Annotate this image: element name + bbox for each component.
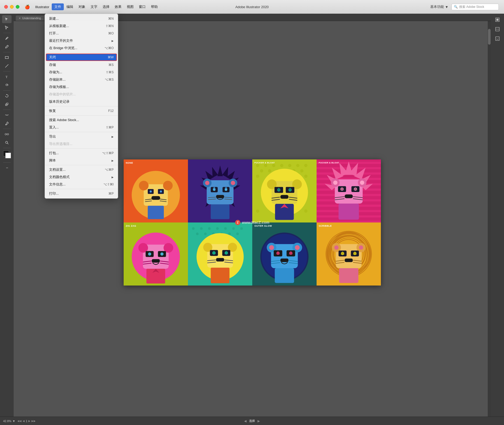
menu-file[interactable]: 文件: [52, 3, 64, 10]
zoom-control[interactable]: 42.8% ▼: [3, 419, 15, 423]
nav-last-button[interactable]: ▶▶: [32, 419, 36, 422]
pen-tool[interactable]: [2, 34, 12, 42]
menu-revert-label: 恢复: [49, 108, 56, 113]
lion-cell-outer: OUTER GLOW: [252, 222, 317, 286]
minimize-button[interactable]: [10, 5, 14, 9]
menu-close-shortcut: ⌘W: [108, 55, 114, 59]
eyedropper-tool[interactable]: [2, 120, 12, 127]
lion-cell-zigzag2: [188, 222, 252, 286]
menu-print[interactable]: 打印... ⌘P: [45, 190, 118, 197]
menu-file-info-shortcut: ⌥⇧⌘I: [103, 183, 114, 186]
svg-point-61: [288, 164, 291, 167]
workspace-selector[interactable]: 基本功能 ▼: [430, 4, 448, 9]
doc-tab-close[interactable]: ×: [19, 17, 20, 20]
color-swatches[interactable]: [2, 151, 12, 160]
menu-bridge-label: 在 Bridge 中浏览...: [49, 46, 77, 50]
panel-btn-3[interactable]: [493, 35, 502, 43]
menu-revert[interactable]: 恢复 F12: [45, 107, 118, 115]
menu-edit[interactable]: 编辑: [64, 3, 76, 10]
menu-package[interactable]: 打包... ⌥⇧⌘P: [45, 149, 118, 157]
canvas-nav-left[interactable]: ◀: [244, 419, 246, 423]
svg-point-43: [205, 181, 209, 185]
nav-prev-button[interactable]: ◀: [23, 419, 25, 422]
menu-save[interactable]: 存储 ⌘S: [45, 61, 118, 69]
panel-btn-2[interactable]: [493, 25, 502, 33]
zoom-tool[interactable]: [2, 139, 12, 147]
menu-new-template[interactable]: 从模板新建... ⇧⌘N: [45, 22, 118, 30]
blend-tool[interactable]: [2, 130, 12, 138]
apple-menu[interactable]: 🍎: [25, 4, 30, 9]
maximize-button[interactable]: [16, 5, 19, 9]
svg-rect-228: [496, 37, 499, 40]
menu-save-template-label: 存储为模板...: [49, 85, 69, 89]
canvas-scrollbar[interactable]: [488, 21, 491, 417]
menu-version-history-label: 版本历史记录: [49, 99, 70, 104]
menu-select[interactable]: 选择: [100, 3, 112, 10]
menu-help[interactable]: 帮助: [148, 3, 160, 10]
rectangle-tool[interactable]: [2, 54, 12, 61]
menu-recent[interactable]: 最近打开的文件 ▶: [45, 37, 118, 44]
svg-point-155: [204, 232, 207, 235]
lion-svg-pucker2: [317, 159, 381, 222]
cell-label-zigzag: ZIG ZAG: [126, 225, 136, 227]
svg-rect-225: [496, 19, 498, 21]
more-tools[interactable]: ···: [2, 164, 12, 172]
menu-bridge[interactable]: 在 Bridge 中浏览... ⌥⌘O: [45, 44, 118, 52]
menu-search-stock[interactable]: 搜索 Adobe Stock...: [45, 116, 118, 124]
menu-new-label: 新建...: [49, 16, 59, 21]
stock-search[interactable]: 🔍 搜索 Adobe Stock: [452, 4, 499, 10]
titlebar: 🍎 Illustrator 文件 编辑 对象 文字 选择 效果 视图 窗口 帮助…: [0, 0, 504, 14]
spiral-tool[interactable]: [2, 81, 12, 89]
rotate-tool[interactable]: [2, 92, 12, 100]
menu-scripts[interactable]: 脚本 ▶: [45, 157, 118, 164]
canvas-nav-right[interactable]: ▶: [258, 419, 260, 423]
menu-doc-settings[interactable]: 文档设置... ⌥⌘P: [45, 166, 118, 173]
menu-place-label: 置入...: [49, 125, 59, 130]
traffic-lights: [4, 5, 19, 9]
scrollbar-thumb[interactable]: [488, 29, 491, 45]
line-tool[interactable]: [2, 62, 12, 70]
menu-text[interactable]: 文字: [88, 3, 100, 10]
menu-print-label: 打印...: [49, 191, 59, 196]
panel-btn-1[interactable]: [493, 16, 502, 24]
menu-save-label: 存储: [49, 63, 56, 67]
menu-effect[interactable]: 效果: [112, 3, 124, 10]
menu-version-history[interactable]: 版本历史记录: [45, 98, 118, 105]
zoom-value: 42.8%: [3, 419, 11, 423]
menu-export[interactable]: 导出 ▶: [45, 133, 118, 140]
text-tool[interactable]: T: [2, 73, 12, 81]
select-tool[interactable]: [2, 15, 12, 23]
menu-save-as[interactable]: 存储为... ⇧⌘S: [45, 69, 118, 76]
svg-point-119: [360, 180, 364, 185]
svg-marker-26: [217, 165, 223, 176]
svg-point-73: [304, 209, 307, 212]
nav-first-button[interactable]: ◀◀: [17, 419, 22, 422]
menu-save-template[interactable]: 存储为模板...: [45, 83, 118, 91]
canvas-nav-arrows: ◀ 选择 ▶: [244, 419, 260, 423]
scale-tool[interactable]: [2, 100, 12, 108]
close-button[interactable]: [4, 5, 8, 9]
menu-object[interactable]: 对象: [76, 3, 88, 10]
menu-open[interactable]: 打开... ⌘O: [45, 30, 118, 37]
lion-cell-pucker2: PUCKER & BLOAT: [317, 159, 381, 222]
nav-next-button[interactable]: ▶: [28, 419, 30, 422]
svg-rect-194: [275, 268, 294, 283]
menu-window[interactable]: 窗口: [136, 3, 148, 10]
menu-place[interactable]: 置入... ⇧⌘P: [45, 124, 118, 131]
menu-close[interactable]: 关闭 ⌘W: [46, 54, 117, 61]
warp-tool[interactable]: [2, 111, 12, 119]
menu-save-shortcut: ⌘S: [108, 63, 114, 67]
menu-file-info[interactable]: 文件信息... ⌥⇧⌘I: [45, 181, 118, 188]
menu-save-copy[interactable]: 存储副本... ⌥⌘S: [45, 76, 118, 83]
direct-select-tool[interactable]: [2, 24, 12, 32]
svg-point-152: [232, 227, 235, 230]
menu-new[interactable]: 新建... ⌘N: [45, 15, 118, 22]
statusbar: 42.8% ▼ ◀◀ ◀ 1 ▶ ▶▶ 选择 ◀ 选择 ▶: [0, 417, 504, 425]
menu-illustrator[interactable]: Illustrator: [33, 4, 52, 10]
menu-color-mode[interactable]: 文档颜色模式 ▶: [45, 173, 118, 181]
doc-tab-1[interactable]: × Understanding...: [16, 15, 46, 21]
svg-line-11: [7, 143, 8, 144]
pencil-tool[interactable]: [2, 43, 12, 51]
zoom-chevron-icon: ▼: [12, 419, 15, 423]
menu-view[interactable]: 视图: [124, 3, 136, 10]
